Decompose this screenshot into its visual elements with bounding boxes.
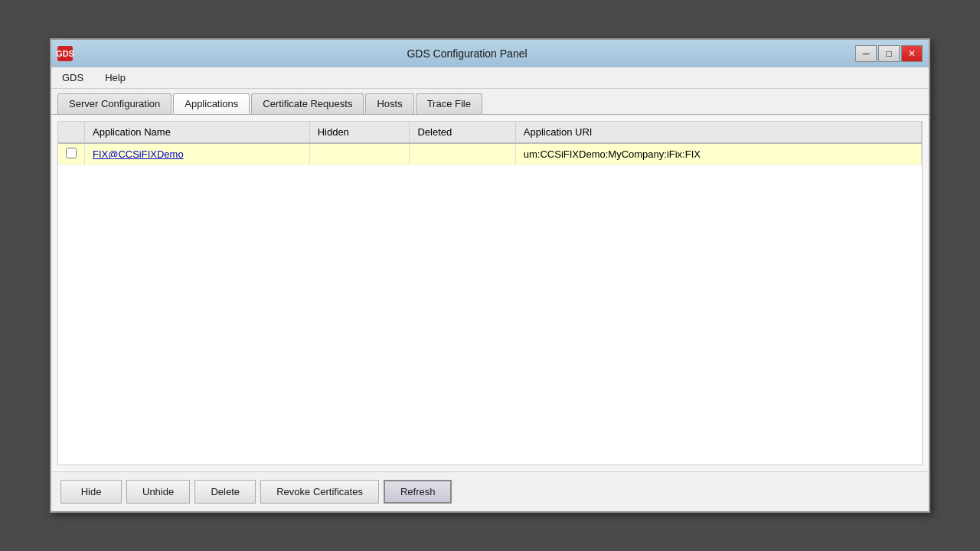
maximize-button[interactable]: □	[878, 45, 900, 62]
tab-certificate-requests[interactable]: Certificate Requests	[251, 93, 364, 114]
app-icon: GDS	[57, 46, 73, 61]
tab-applications[interactable]: Applications	[173, 93, 250, 114]
title-bar: GDS GDS Configuration Panel ─ □ ✕	[51, 40, 929, 67]
applications-table-container: Application Name Hidden Deleted Applicat…	[57, 121, 923, 465]
minimize-button[interactable]: ─	[855, 45, 877, 62]
close-button[interactable]: ✕	[901, 45, 923, 62]
refresh-button[interactable]: Refresh	[384, 480, 452, 504]
application-name-cell[interactable]: FIX@CCSiFIXDemo	[85, 143, 310, 165]
window-controls: ─ □ ✕	[855, 45, 923, 62]
applications-table: Application Name Hidden Deleted Applicat…	[58, 122, 922, 165]
col-header-application-name: Application Name	[85, 122, 310, 143]
menu-gds[interactable]: GDS	[57, 70, 88, 85]
row-checkbox[interactable]	[66, 148, 77, 158]
tab-hosts[interactable]: Hosts	[365, 93, 413, 114]
menu-bar: GDS Help	[51, 67, 929, 89]
hide-button[interactable]: Hide	[60, 480, 122, 504]
content-area: Application Name Hidden Deleted Applicat…	[51, 114, 929, 471]
revoke-certificates-button[interactable]: Revoke Certificates	[260, 480, 379, 504]
window-title: GDS Configuration Panel	[79, 47, 855, 60]
col-header-application-uri: Application URI	[515, 122, 921, 143]
deleted-cell	[410, 143, 515, 165]
unhide-button[interactable]: Unhide	[126, 480, 190, 504]
delete-button[interactable]: Delete	[194, 480, 256, 504]
row-checkbox-cell	[58, 143, 85, 165]
col-header-hidden: Hidden	[309, 122, 410, 143]
tab-trace-file[interactable]: Trace File	[416, 93, 482, 114]
app-icon-label: GDS	[56, 49, 74, 58]
application-uri-cell: um:CCSiFIXDemo:MyCompany:iFix:FIX	[515, 143, 921, 165]
table-row: FIX@CCSiFIXDemo um:CCSiFIXDemo:MyCompany…	[58, 143, 922, 165]
main-window: GDS GDS Configuration Panel ─ □ ✕ GDS He…	[50, 38, 930, 513]
bottom-bar: Hide Unhide Delete Revoke Certificates R…	[51, 471, 929, 511]
menu-help[interactable]: Help	[100, 70, 130, 85]
tab-bar: Server Configuration Applications Certif…	[51, 89, 929, 114]
hidden-cell	[309, 143, 410, 165]
tab-server-configuration[interactable]: Server Configuration	[57, 93, 172, 114]
col-header-checkbox	[58, 122, 85, 143]
table-header-row: Application Name Hidden Deleted Applicat…	[58, 122, 922, 143]
col-header-deleted: Deleted	[410, 122, 515, 143]
